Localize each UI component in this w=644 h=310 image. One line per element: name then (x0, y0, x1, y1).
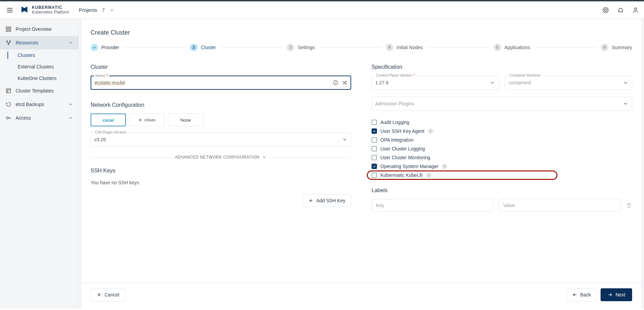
divider (74, 4, 74, 16)
cni-version-select[interactable]: CNI Plugin Version v3.26 (91, 132, 351, 147)
footer: Cancel Back Next (81, 283, 642, 309)
checkbox[interactable] (372, 164, 377, 169)
add-ssh-key-button[interactable]: Add SSH Key (302, 194, 351, 207)
chevron-down-icon (110, 8, 114, 13)
cluster-name-field[interactable]: Name * ecstatic-euclid (91, 76, 351, 90)
svg-rect-6 (9, 30, 11, 32)
option-label: Kubermatic KubeLB (380, 172, 423, 178)
svg-point-9 (8, 44, 9, 45)
cluster-name-input[interactable]: ecstatic-euclid (95, 80, 333, 85)
step-provider[interactable]: Provider (91, 44, 119, 51)
checkbox[interactable] (372, 137, 377, 143)
brand-line2: Kubernetes Platform (32, 10, 69, 15)
checkbox[interactable] (372, 128, 377, 134)
step-cluster[interactable]: 2 Cluster (190, 44, 216, 51)
info-icon[interactable]: i (426, 172, 432, 178)
chevron-down-icon (623, 80, 628, 85)
svg-point-8 (10, 41, 11, 42)
spec-option-0[interactable]: Audit Logging (372, 120, 632, 125)
chevron-up-icon (68, 40, 73, 45)
section-spec: Specification (372, 64, 632, 70)
admission-plugins-select[interactable]: Admission Plugins (372, 97, 632, 111)
svg-rect-10 (6, 89, 11, 93)
spec-options: Audit LoggingUser SSH Key AgentiOPA Inte… (372, 120, 632, 178)
sidebar-item-project-overview[interactable]: Project Overview (0, 22, 78, 36)
next-button[interactable]: Next (601, 288, 632, 301)
step-settings[interactable]: 3 Settings (287, 44, 315, 51)
sidebar-item-resources[interactable]: Resources (0, 36, 78, 49)
info-icon[interactable]: i (428, 128, 433, 134)
sidebar-item-clusters[interactable]: Clusters (0, 49, 78, 61)
sidebar: Project Overview Resources Clusters Exte… (0, 19, 79, 309)
advanced-network-toggle[interactable]: ADVANCED NETWORK CONFIGURATION (91, 155, 351, 160)
spec-option-6[interactable]: Kubermatic KubeLBi (372, 172, 632, 178)
spec-option-5[interactable]: Operating System Manageri (372, 164, 632, 169)
cni-cilium[interactable]: ✳ cilium (129, 113, 165, 126)
checkbox[interactable] (372, 172, 377, 178)
svg-point-1 (605, 9, 607, 11)
sidebar-item-label: etcd Backups (16, 102, 44, 107)
section-ssh: SSH Keys (91, 168, 351, 174)
user-icon[interactable] (632, 6, 639, 14)
step-applications[interactable]: 5 Applications (494, 44, 530, 51)
cancel-button[interactable]: Cancel (91, 288, 125, 301)
checkbox[interactable] (372, 155, 377, 160)
sidebar-item-access[interactable]: Access (0, 111, 78, 125)
cni-none[interactable]: None (168, 113, 203, 126)
info-icon[interactable]: i (442, 164, 447, 169)
backup-icon (5, 101, 12, 107)
menu-toggle[interactable] (5, 5, 15, 15)
svg-rect-5 (6, 30, 8, 32)
chevron-down-icon (262, 155, 267, 160)
key-icon (5, 115, 12, 121)
option-label: User SSH Key Agent (380, 128, 424, 134)
sidebar-item-cluster-templates[interactable]: Cluster Templates (0, 84, 78, 98)
back-button[interactable]: Back (566, 288, 596, 301)
help-icon[interactable] (602, 6, 609, 14)
spec-option-4[interactable]: User Cluster Monitoring (372, 155, 632, 160)
spec-option-2[interactable]: OPA Integration (372, 137, 632, 143)
breadcrumb-value: 7 (102, 7, 105, 13)
templates-icon (5, 88, 12, 94)
container-runtime-select[interactable]: Container Runtime containerd (505, 76, 632, 90)
trash-icon[interactable] (626, 202, 632, 208)
spec-option-1[interactable]: User SSH Key Agenti (372, 128, 632, 134)
sidebar-item-kubeone-clusters[interactable]: KubeOne Clusters (0, 73, 78, 84)
svg-point-2 (634, 8, 637, 10)
page-title: Create Cluster (91, 29, 632, 36)
sidebar-item-label: Cluster Templates (16, 88, 54, 94)
step-summary[interactable]: 6 Summary (601, 44, 632, 51)
label-key-input[interactable] (372, 199, 494, 212)
section-labels: Labels (372, 187, 632, 193)
sidebar-item-etcd-backups[interactable]: etcd Backups (0, 98, 78, 111)
cni-canal[interactable]: canal (91, 113, 126, 126)
svg-point-11 (6, 117, 8, 119)
sidebar-item-label: Project Overview (16, 26, 52, 32)
shuffle-icon[interactable] (342, 80, 347, 85)
svg-rect-4 (9, 27, 11, 28)
spec-option-3[interactable]: User Cluster Logging (372, 146, 632, 151)
info-icon[interactable] (333, 80, 338, 85)
chevron-down-icon (342, 137, 347, 142)
option-label: User Cluster Logging (380, 146, 425, 151)
control-plane-version-select[interactable]: Control Plane Version * 1.27.6 (372, 76, 499, 90)
svg-rect-3 (6, 27, 8, 28)
option-label: Operating System Manager (380, 164, 438, 169)
resources-icon (5, 40, 12, 46)
sidebar-item-label: Access (16, 115, 31, 121)
breadcrumb-label: Projects (79, 7, 97, 13)
bell-icon[interactable] (617, 6, 624, 14)
option-label: Audit Logging (380, 120, 410, 125)
chevron-down-icon (490, 80, 495, 85)
checkbox[interactable] (372, 120, 377, 125)
checkbox[interactable] (372, 146, 377, 151)
cilium-icon: ✳ (138, 118, 142, 123)
label-value-input[interactable] (499, 199, 621, 212)
sidebar-item-external-clusters[interactable]: External Clusters (0, 61, 78, 73)
step-initial-nodes[interactable]: 4 Initial Nodes (386, 44, 423, 51)
sidebar-item-label: Resources (16, 40, 38, 45)
breadcrumb[interactable]: Projects 7 (79, 7, 114, 13)
chevron-down-icon (623, 101, 628, 106)
stepper: Provider 2 Cluster 3 Settings 4 Initial … (91, 44, 632, 51)
brand: KUBERMATIC Kubernetes Platform (20, 5, 69, 16)
